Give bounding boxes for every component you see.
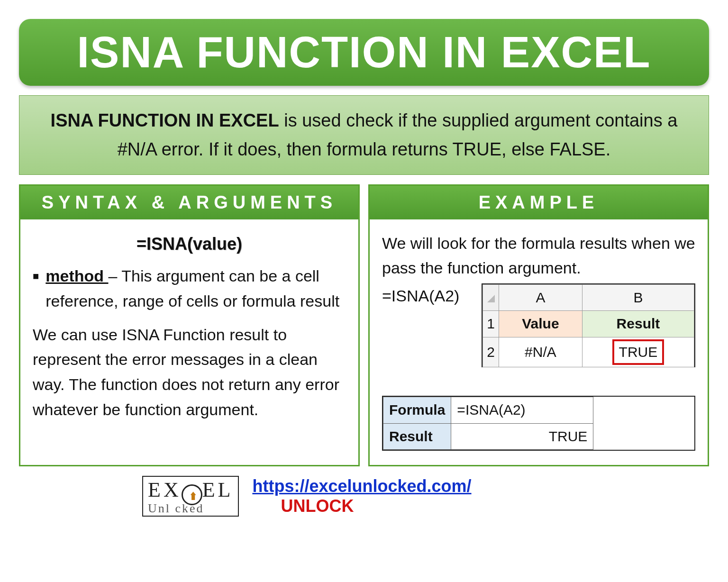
result-value: TRUE <box>451 423 593 450</box>
row-header-1: 1 <box>483 311 499 337</box>
footer-unlock: UNLOCK <box>281 496 354 516</box>
argument-item: ■ method – This argument can be a cell r… <box>33 264 346 313</box>
formula-label: Formula <box>383 397 451 424</box>
syntax-note: We can use ISNA Function result to repre… <box>33 322 346 422</box>
sheet-corner <box>483 284 499 311</box>
example-intro: We will look for the formula results whe… <box>382 231 695 281</box>
logo: EXEL Unl cked <box>142 476 239 517</box>
logo-top: EXEL <box>148 480 233 502</box>
example-body: We will look for the formula results whe… <box>370 219 708 465</box>
col-header-a: A <box>499 284 582 311</box>
svg-marker-0 <box>487 295 495 302</box>
syntax-header: SYNTAX & ARGUMENTS <box>20 186 358 219</box>
cell-b1: Result <box>582 311 694 337</box>
syntax-column: SYNTAX & ARGUMENTS =ISNA(value) ■ method… <box>19 184 360 467</box>
argument-text: method – This argument can be a cell ref… <box>46 264 346 313</box>
example-header: EXAMPLE <box>370 186 708 219</box>
example-mini-sheet: A B 1 Value Result 2 #N/A TRUE <box>482 283 695 368</box>
description-bold: ISNA FUNCTION IN EXCEL <box>51 110 279 130</box>
footer: EXEL Unl cked https://excelunlocked.com/… <box>142 476 709 517</box>
argument-name: method <box>46 267 108 285</box>
bullet-icon: ■ <box>33 268 39 284</box>
description-box: ISNA FUNCTION IN EXCEL is used check if … <box>19 95 709 175</box>
cell-a1: Value <box>499 311 582 337</box>
row-header-2: 2 <box>483 337 499 367</box>
logo-text-right: EL <box>202 478 234 501</box>
example-formula-sample: =ISNA(A2) <box>382 283 477 368</box>
formula-value: =ISNA(A2) <box>451 397 593 424</box>
cell-b2: TRUE <box>582 337 694 367</box>
columns: SYNTAX & ARGUMENTS =ISNA(value) ■ method… <box>19 184 709 467</box>
page-title: ISNA FUNCTION IN EXCEL <box>19 19 709 86</box>
magnifier-icon <box>182 484 202 505</box>
result-true-highlight: TRUE <box>612 339 664 365</box>
footer-link[interactable]: https://excelunlocked.com/ <box>252 476 471 496</box>
footer-right: https://excelunlocked.com/ UNLOCK <box>252 476 471 516</box>
result-label: Result <box>383 423 451 450</box>
formula-result-table: Formula =ISNA(A2) Result TRUE <box>382 396 695 451</box>
syntax-formula: =ISNA(value) <box>33 231 346 257</box>
syntax-body: =ISNA(value) ■ method – This argument ca… <box>20 219 358 465</box>
example-column: EXAMPLE We will look for the formula res… <box>368 184 709 467</box>
col-header-b: B <box>582 284 694 311</box>
logo-text-left: EX <box>148 478 182 501</box>
cell-a2: #N/A <box>499 337 582 367</box>
